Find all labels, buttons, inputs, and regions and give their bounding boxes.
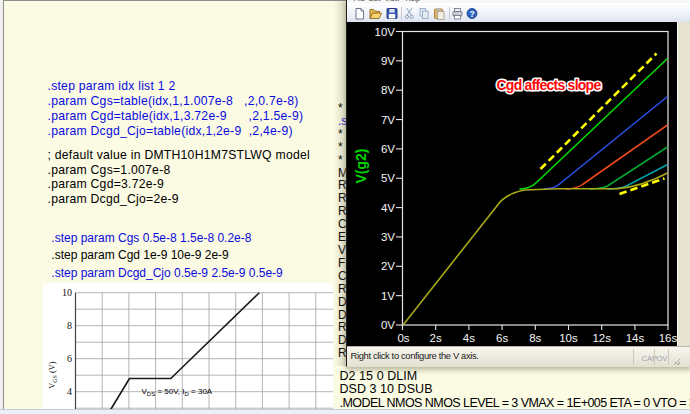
svg-text:6s: 6s [496,332,508,344]
svg-text:10s: 10s [559,332,578,344]
svg-text:2V: 2V [381,260,395,272]
svg-text:Cgd affects slope: Cgd affects slope [497,76,602,92]
svg-text:4V: 4V [381,201,395,213]
svg-text:9V: 9V [381,54,395,66]
svg-text:0s: 0s [397,332,409,344]
svg-text:8V: 8V [381,84,395,96]
svg-text:?: ? [469,8,474,18]
svg-text:3V: 3V [381,231,395,243]
svg-text:8s: 8s [529,332,541,344]
svg-text:16s: 16s [659,332,677,344]
svg-text:6V: 6V [381,142,395,154]
svg-text:12s: 12s [592,332,611,344]
svg-text:4: 4 [67,386,72,397]
svg-text:V(g2): V(g2) [353,148,369,183]
svg-text:14s: 14s [626,332,645,344]
svg-text:10V: 10V [375,25,396,37]
svg-text:2s: 2s [430,332,442,344]
svg-text:VGS (V): VGS (V) [48,361,58,389]
svg-text:10: 10 [62,287,72,298]
svg-text:7V: 7V [381,113,395,125]
svg-text:1V: 1V [381,289,395,301]
svg-text:0V: 0V [381,319,395,331]
svg-text:5V: 5V [381,172,395,184]
svg-text:4s: 4s [463,332,475,344]
svg-text:8: 8 [67,320,72,331]
svg-text:6: 6 [67,353,72,364]
